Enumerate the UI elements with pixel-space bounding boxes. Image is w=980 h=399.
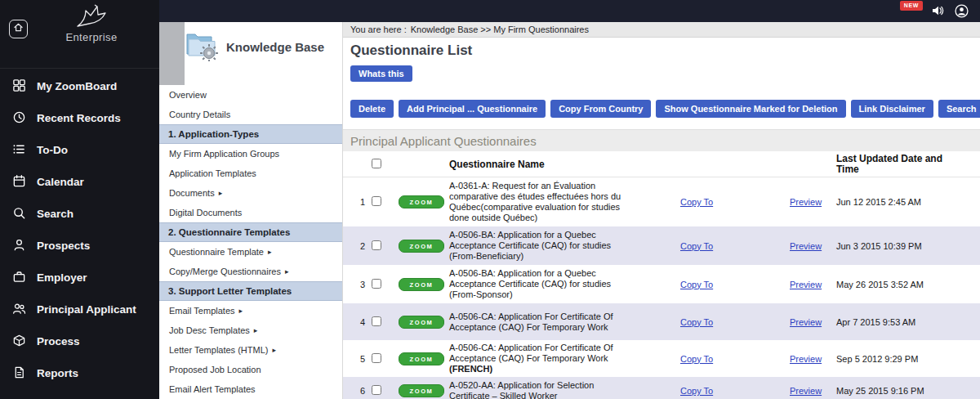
sidebar-item-principal-applicant[interactable]: Principal Applicant xyxy=(0,294,159,325)
column-header-last-updated: Last Updated Date and Time xyxy=(835,154,957,175)
kb-section-support-letter-templates[interactable]: 3. Support Letter Templates xyxy=(159,281,342,301)
kb-item-application-templates[interactable]: Application Templates xyxy=(159,164,342,183)
page-title: Questionnaire List xyxy=(350,43,980,59)
list-icon xyxy=(12,142,26,159)
breadcrumb-path[interactable]: Knowledge Base >> My Firm Questionnaires xyxy=(411,25,589,34)
copy-to-link[interactable]: Copy To xyxy=(680,386,713,396)
preview-link[interactable]: Preview xyxy=(790,241,822,251)
sidebar-item-employer[interactable]: Employer xyxy=(0,262,159,294)
kb-section-label: 1. Application-Types xyxy=(168,129,259,139)
sidebar-item-recent-records[interactable]: Recent Records xyxy=(0,102,159,134)
table-row: 3 ZOOM A-0506-BA: Application for a Queb… xyxy=(343,265,980,303)
copy-to-link[interactable]: Copy To xyxy=(680,317,713,327)
kb-item-email-templates[interactable]: Email Templates▸ xyxy=(159,301,342,321)
kb-section-label: 3. Support Letter Templates xyxy=(168,286,292,296)
zoom-badge: ZOOM xyxy=(399,316,444,329)
sidebar-item-search[interactable]: Search xyxy=(0,198,159,230)
chevron-right-icon: ▸ xyxy=(239,307,243,315)
row-checkbox[interactable] xyxy=(372,385,381,395)
sidebar-item-prospects[interactable]: Prospects xyxy=(0,230,159,262)
row-checkbox[interactable] xyxy=(372,353,381,363)
kb-item-label: Country Details xyxy=(169,110,230,119)
preview-link[interactable]: Preview xyxy=(790,317,822,327)
row-number: 6 xyxy=(343,386,369,396)
row-number: 2 xyxy=(343,241,369,251)
calendar-icon xyxy=(12,174,26,191)
row-checkbox[interactable] xyxy=(372,240,381,250)
speaker-icon[interactable] xyxy=(931,4,944,20)
copy-to-link[interactable]: Copy To xyxy=(680,280,713,289)
kb-item-job-desc-templates[interactable]: Job Desc Templates▸ xyxy=(159,321,342,340)
questionnaire-name-text: A-0506-CA: Application For Certificate O… xyxy=(449,343,613,363)
section-title: Principal Applicant Questionnaires xyxy=(343,129,980,151)
main-content: You are here : Knowledge Base >> My Firm… xyxy=(343,22,980,399)
bird-logo-icon xyxy=(42,4,140,30)
zoom-badge: ZOOM xyxy=(399,240,444,253)
sidebar-item-label: Recent Records xyxy=(37,112,121,124)
questionnaire-name: A-0506-CA: Application For Certificate O… xyxy=(449,312,676,333)
people-icon xyxy=(12,302,26,318)
whats-this-button[interactable]: Whats this xyxy=(350,65,412,82)
sidebar-item-process[interactable]: Process xyxy=(0,325,159,357)
kb-item-email-alert-templates[interactable]: Email Alert Templates xyxy=(159,379,342,399)
row-checkbox[interactable] xyxy=(372,279,381,289)
preview-link[interactable]: Preview xyxy=(790,197,822,207)
kb-item-label: Digital Documents xyxy=(169,208,242,217)
link-disclaimer-button[interactable]: Link Disclaimer xyxy=(851,100,933,118)
kb-item-letter-templates-html[interactable]: Letter Templates (HTML)▸ xyxy=(159,340,342,360)
sidebar-item-calendar[interactable]: Calendar xyxy=(0,166,159,198)
table-row: 5 ZOOM A-0506-CA: Application For Certif… xyxy=(343,340,980,377)
row-checkbox[interactable] xyxy=(372,316,381,326)
column-header-questionnaire-name: Questionnaire Name xyxy=(449,159,676,170)
last-updated-date: Sep 5 2012 9:29 PM xyxy=(835,354,980,364)
copy-to-link[interactable]: Copy To xyxy=(680,197,713,207)
kb-item-label: Letter Templates (HTML) xyxy=(169,345,268,355)
sidebar-item-label: To-Do xyxy=(37,144,68,156)
questionnaire-name: A-0361-A: Request for an Évaluation comp… xyxy=(449,181,676,223)
kb-item-overview[interactable]: Overview xyxy=(159,85,342,105)
kb-menu: Overview Country Details 1. Application-… xyxy=(159,85,342,399)
kb-item-country-details[interactable]: Country Details xyxy=(159,105,342,124)
user-icon[interactable] xyxy=(955,4,969,21)
preview-link[interactable]: Preview xyxy=(790,386,822,396)
last-updated-date: Jun 12 2015 2:45 AM xyxy=(835,197,980,207)
home-button[interactable] xyxy=(9,20,28,38)
copy-to-link[interactable]: Copy To xyxy=(680,354,713,364)
copy-to-link[interactable]: Copy To xyxy=(680,241,713,251)
delete-button[interactable]: Delete xyxy=(350,100,394,118)
search-button[interactable]: Search xyxy=(938,100,980,118)
toolbar: Delete Add Principal ... Questionnaire C… xyxy=(350,100,980,118)
select-all-checkbox[interactable] xyxy=(372,159,381,168)
sidebar-item-to-do[interactable]: To-Do xyxy=(0,134,159,166)
questionnaire-name: A-0506-CA: Application For Certificate O… xyxy=(449,343,676,374)
kb-item-proposed-job-location[interactable]: Proposed Job Location xyxy=(159,360,342,379)
row-checkbox[interactable] xyxy=(372,196,381,206)
sidebar-divider xyxy=(0,68,159,69)
zoom-badge: ZOOM xyxy=(399,278,444,291)
kb-section-application-types[interactable]: 1. Application-Types xyxy=(159,124,342,144)
kb-item-label: Questionnaire Template xyxy=(169,247,264,257)
add-principal-questionnaire-button[interactable]: Add Principal ... Questionnaire xyxy=(399,100,546,118)
kb-section-questionnaire-templates[interactable]: 2. Questionnaire Templates xyxy=(159,222,342,242)
kb-item-my-firm-application-groups[interactable]: My Firm Application Groups xyxy=(159,144,342,164)
sidebar-item-my-zoomboard[interactable]: My ZoomBoard xyxy=(0,70,159,102)
kb-item-documents[interactable]: Documents▸ xyxy=(159,183,342,203)
kb-item-questionnaire-template[interactable]: Questionnaire Template▸ xyxy=(159,242,342,262)
chevron-right-icon: ▸ xyxy=(268,248,272,256)
chevron-right-icon: ▸ xyxy=(219,189,223,197)
kb-item-digital-documents[interactable]: Digital Documents xyxy=(159,203,342,222)
preview-link[interactable]: Preview xyxy=(790,280,822,289)
last-updated-date: Jun 3 2015 10:39 PM xyxy=(835,241,980,251)
kb-item-copy-merge-questionnaires[interactable]: Copy/Merge Questionnaires▸ xyxy=(159,262,342,281)
person-icon xyxy=(12,238,26,254)
sidebar-menu: My ZoomBoard Recent Records To-Do Calend… xyxy=(0,70,159,389)
last-updated-date: May 25 2015 9:16 PM xyxy=(835,386,980,396)
new-badge: NEW xyxy=(900,1,923,11)
kb-title: Knowledge Base xyxy=(226,40,324,54)
preview-link[interactable]: Preview xyxy=(790,354,822,364)
show-marked-for-deletion-button[interactable]: Show Questionnaire Marked for Deletion xyxy=(656,100,845,118)
questionnaire-name: A-0520-AA: Application for Selection Cer… xyxy=(449,380,676,399)
kb-item-label: Application Templates xyxy=(169,168,256,178)
copy-from-country-button[interactable]: Copy From Country xyxy=(550,100,651,118)
sidebar-item-reports[interactable]: Reports xyxy=(0,357,159,389)
